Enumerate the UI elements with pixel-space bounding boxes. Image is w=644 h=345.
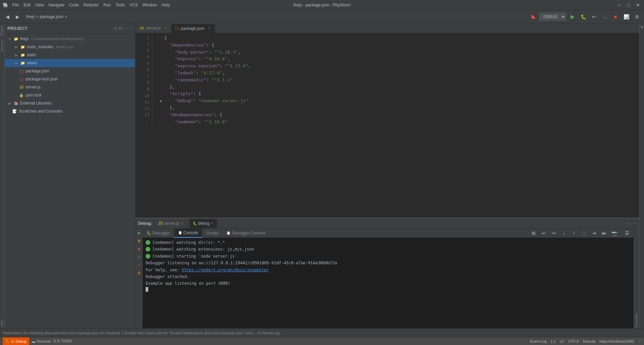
console-filter-button[interactable]: ⊞ [529, 229, 538, 237]
debug-output-cursor-line[interactable] [146, 287, 631, 292]
console-back-button[interactable]: ↩ [539, 229, 548, 237]
console-fwd-button[interactable]: ↪ [549, 229, 558, 237]
debug-rerun-button[interactable]: ↻ [136, 254, 142, 260]
console-content-tab[interactable]: 📋 Console [174, 228, 202, 238]
tree-item-static[interactable]: ▶ 📁 static [5, 51, 135, 59]
console-skip-button[interactable]: ⇥ [590, 229, 598, 237]
todo-status[interactable]: ☑ 6: TODO [53, 339, 72, 343]
breadcrumb-project[interactable]: thejs [26, 14, 35, 19]
debug-more-icon[interactable]: ⋯ [625, 221, 629, 226]
structure-panel-label[interactable]: Structure [0, 38, 4, 54]
toolbar-profiler-button[interactable]: ⚙ [633, 12, 641, 21]
menu-window[interactable]: Window [143, 3, 157, 7]
window-controls[interactable]: ─ □ ✕ [616, 2, 641, 8]
line-numbers: 1 2 3 4 5 6 7 8 9 10 11 12 13 [136, 33, 152, 127]
terminal-status[interactable]: ▬ Terminal [32, 339, 50, 343]
tree-item-root[interactable]: ▼ 📁 thejs C:\Users\shinelon\Desktop\thej… [5, 35, 135, 43]
tree-item-external-libs[interactable]: ▶ 📚 External Libraries [5, 99, 135, 107]
menu-navigate[interactable]: Navigate [49, 3, 64, 7]
debug-stop-button[interactable]: ■ [136, 246, 142, 252]
menu-help[interactable]: Help [162, 3, 170, 7]
line-num-10: 10 [136, 93, 149, 99]
status-bar-right: Event Log 1:1 LF UTF-8 Dracula https://l… [530, 339, 641, 343]
debug-text-1: [nodemon] watching dir(s): *.* [152, 239, 225, 246]
debug-tab-close-debug[interactable]: ✕ [211, 221, 213, 225]
debug-more-side-button[interactable]: ⋮ [136, 321, 142, 327]
debugger-console-content-tab[interactable]: 📋 Debugger Console [222, 228, 269, 238]
menu-file[interactable]: File [12, 3, 19, 7]
title-bar-left: 🐘 File Edit View Navigate Code Refactor … [3, 2, 170, 8]
debug-config-select[interactable]: DEBUG [539, 13, 566, 21]
debug-link[interactable]: https://nodejs.org/en/docs/inspector [181, 267, 269, 273]
sidebar-header-icons[interactable]: ⊙ ⊟ ⋯ ─ [114, 26, 132, 31]
debug-header-tab-server-js[interactable]: JS server.js ✕ [155, 219, 187, 228]
debugger-content-tab[interactable]: 🐛 Debugger [143, 228, 174, 238]
console-down-button[interactable]: ↓ [559, 229, 568, 237]
console-grid-button[interactable]: ☰ [623, 229, 631, 237]
minimize-button[interactable]: ─ [616, 2, 623, 8]
maximize-button[interactable]: □ [625, 2, 632, 8]
code-line-13: "nodemon": "^1.18.6" [158, 119, 639, 126]
debug-status-button[interactable]: 🐛 5: Debug [3, 337, 29, 345]
tree-item-node-modules[interactable]: ▶ 📁 node_modules library root [5, 43, 135, 51]
close-button[interactable]: ✕ [635, 2, 641, 8]
more-icon[interactable]: ⋯ [124, 26, 128, 31]
toolbar-stop-all-button[interactable]: ■ [611, 12, 620, 21]
right-panel-label[interactable]: ▶ [640, 23, 644, 30]
console-frame-button[interactable]: ⬚ [580, 229, 588, 237]
editor-content[interactable]: 1 2 3 4 5 6 7 8 9 10 11 12 13 [136, 33, 639, 218]
line-num-5: 5 [136, 61, 149, 67]
code-line-7: "randomatic": "^3.1.1" [158, 77, 639, 84]
event-log-label[interactable]: Event Log [530, 339, 547, 343]
toolbar-restart-button[interactable]: ↩ [590, 12, 598, 21]
code-text-13: "nodemon": "^1.18.6" [164, 119, 227, 126]
console-skip2-button[interactable]: ⏭ [600, 229, 608, 237]
menu-bar[interactable]: File Edit View Navigate Code Refactor Ru… [12, 3, 170, 7]
debug-stop-button[interactable]: 🐛 [579, 12, 588, 21]
debug-minimize-icon[interactable]: ─ [634, 221, 637, 226]
tab-close-server-js[interactable]: ✕ [164, 26, 167, 30]
run-button[interactable]: ▶ [568, 12, 577, 21]
toolbar-phone-button[interactable]: 📞 [600, 12, 609, 21]
code-text-6: "lodash": "4.17.4", [164, 70, 225, 77]
tab-close-package-json[interactable]: ✕ [208, 26, 211, 30]
menu-code[interactable]: Code [69, 3, 79, 7]
menu-run[interactable]: Run [103, 3, 111, 7]
collapse-icon[interactable]: ⊟ [119, 26, 122, 31]
menu-vcs[interactable]: VCS [129, 3, 138, 7]
back-button[interactable]: ◀ [3, 12, 12, 21]
bookmark-button[interactable]: 🔖 [528, 12, 537, 21]
line-num-7: 7 [136, 73, 149, 80]
menu-view[interactable]: View [35, 3, 44, 7]
debug-pause-button[interactable]: ⏸ [136, 238, 142, 244]
run-gutter-10[interactable]: ▶ [158, 98, 164, 104]
tree-item-yarn-lock[interactable]: 🔒 yarn.lock [5, 91, 135, 99]
code-line-6: "lodash": "4.17.4", [158, 70, 639, 77]
npm-panel-label[interactable]: npm [0, 318, 4, 328]
locate-icon[interactable]: ⊙ [114, 26, 117, 31]
debug-tab-close-server[interactable]: ✕ [180, 221, 183, 225]
tree-item-views[interactable]: ▶ 📁 views [5, 59, 135, 67]
scripts-content-tab[interactable]: Scripts [202, 228, 223, 238]
debug-settings-button[interactable]: ⚙ [136, 270, 142, 276]
menu-tools[interactable]: Tools [115, 3, 125, 7]
debug-pin-button[interactable]: ● [136, 262, 142, 268]
debug-text-5-prefix: For help, see: [146, 267, 179, 273]
tree-item-package-lock[interactable]: { } package-lock.json [5, 75, 135, 83]
debug-header-tab-debug[interactable]: 🐛 debug ✕ [190, 219, 217, 228]
tree-item-package-json[interactable]: { } package.json [5, 67, 135, 75]
tree-item-server-js[interactable]: JS server.js [5, 83, 135, 91]
menu-refactor[interactable]: Refactor [84, 3, 99, 7]
console-settings-button[interactable]: 📷 [610, 229, 619, 237]
toolbar-coverage-button[interactable]: 📊 [622, 12, 631, 21]
project-panel-label[interactable]: Project [0, 23, 4, 38]
tab-server-js[interactable]: JS server.js ✕ [136, 23, 171, 33]
minimize-panel-icon[interactable]: ─ [129, 26, 132, 31]
tree-item-scratches[interactable]: 📝 Scratches and Consoles [5, 107, 135, 115]
breadcrumb-file[interactable]: package.json [40, 14, 63, 19]
console-up-button[interactable]: ↑ [570, 229, 578, 237]
tab-package-json[interactable]: { } package.json ✕ [171, 23, 215, 33]
debug-resume-button[interactable]: ▶ [136, 230, 142, 236]
forward-button[interactable]: ▶ [13, 12, 22, 21]
menu-edit[interactable]: Edit [23, 3, 31, 7]
